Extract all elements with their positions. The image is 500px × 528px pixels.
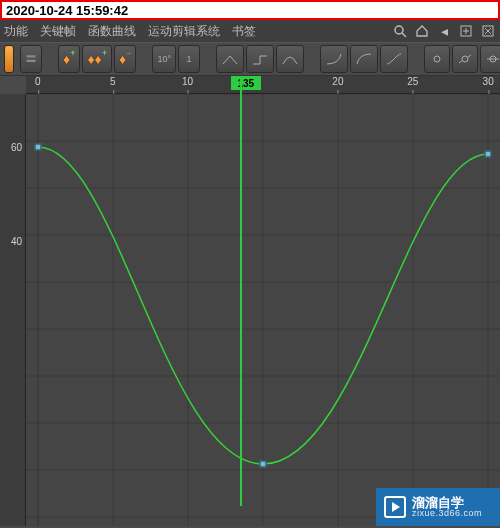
ruler-tick: 20 <box>332 76 343 87</box>
ruler-tick: 10 <box>182 76 193 87</box>
handle-break-button[interactable] <box>452 45 478 73</box>
watermark: 溜溜自学 zixue.3d66.com <box>376 488 500 526</box>
close-panel-icon[interactable] <box>480 23 496 39</box>
snap-frame-button[interactable]: 1 <box>178 45 200 73</box>
new-tab-icon[interactable] <box>458 23 474 39</box>
keyframe-handle[interactable] <box>485 151 492 158</box>
handle-mode-group <box>424 45 500 73</box>
arrow-left-small-icon[interactable]: ◂ <box>436 23 452 39</box>
ease-out-button[interactable] <box>350 45 378 73</box>
svg-point-0 <box>395 26 403 34</box>
key-remove-button[interactable]: ♦− <box>114 45 136 73</box>
tab-fcurve[interactable]: 函数曲线 <box>88 23 136 40</box>
tangent-ease-group <box>320 45 408 73</box>
svg-point-10 <box>434 56 440 62</box>
keyframe-handle[interactable] <box>260 461 267 468</box>
menu-bar: 功能 关键帧 函数曲线 运动剪辑系统 书签 ◂ <box>0 20 500 42</box>
tangent-step-button[interactable] <box>246 45 274 73</box>
snap-angle-button[interactable]: 10° <box>152 45 176 73</box>
keyframe-add-group: ♦+ ♦♦+ ♦− <box>58 45 136 73</box>
svg-rect-8 <box>27 55 36 57</box>
playhead-line <box>240 76 242 506</box>
ease-both-button[interactable] <box>380 45 408 73</box>
curve-plot[interactable]: 溜溜自学 zixue.3d66.com <box>26 94 500 526</box>
record-strip-button[interactable] <box>4 45 14 73</box>
y-axis[interactable]: 60 40 <box>0 94 26 526</box>
y-axis-label: 60 <box>11 142 22 153</box>
frame-step-group: 10° 1 <box>152 45 200 73</box>
svg-point-11 <box>462 56 468 62</box>
menu-tabs: 功能 关键帧 函数曲线 运动剪辑系统 书签 <box>4 23 256 40</box>
timeline-mode-button[interactable] <box>20 45 42 73</box>
home-icon[interactable] <box>414 23 430 39</box>
tab-motionclip[interactable]: 运动剪辑系统 <box>148 23 220 40</box>
ruler-tick: 30 <box>483 76 494 87</box>
watermark-url: zixue.3d66.com <box>412 509 482 518</box>
handle-auto-button[interactable] <box>424 45 450 73</box>
y-axis-label: 40 <box>11 236 22 247</box>
playhead-frame-label: 135 <box>231 76 261 90</box>
svg-line-12 <box>459 60 463 63</box>
tangent-linear-button[interactable] <box>216 45 244 73</box>
time-ruler[interactable]: 0 5 10 20 25 30 135 <box>26 76 500 94</box>
ruler-tick: 0 <box>35 76 41 87</box>
timestamp-text: 2020-10-24 15:59:42 <box>6 3 128 18</box>
svg-line-13 <box>467 55 471 58</box>
toolbar: ♦+ ♦♦+ ♦− 10° 1 <box>0 42 500 76</box>
tangent-spline-button[interactable] <box>276 45 304 73</box>
key-add-all-button[interactable]: ♦♦+ <box>82 45 112 73</box>
ruler-tick: 5 <box>110 76 116 87</box>
tangent-type-group-a <box>216 45 304 73</box>
tab-keyframes[interactable]: 关键帧 <box>40 23 76 40</box>
svg-line-1 <box>402 33 406 37</box>
timestamp-bar: 2020-10-24 15:59:42 <box>0 0 500 20</box>
graph-area: 60 40 <box>0 94 500 526</box>
play-logo-icon <box>384 496 406 518</box>
key-add-button[interactable]: ♦+ <box>58 45 80 73</box>
menu-right-icons: ◂ <box>392 23 496 39</box>
svg-rect-9 <box>27 60 36 62</box>
handle-clamp-button[interactable] <box>480 45 500 73</box>
keyframe-handle[interactable] <box>35 144 42 151</box>
ease-in-button[interactable] <box>320 45 348 73</box>
tab-bookmarks[interactable]: 书签 <box>232 23 256 40</box>
search-icon[interactable] <box>392 23 408 39</box>
ruler-tick: 25 <box>407 76 418 87</box>
tab-function[interactable]: 功能 <box>4 23 28 40</box>
